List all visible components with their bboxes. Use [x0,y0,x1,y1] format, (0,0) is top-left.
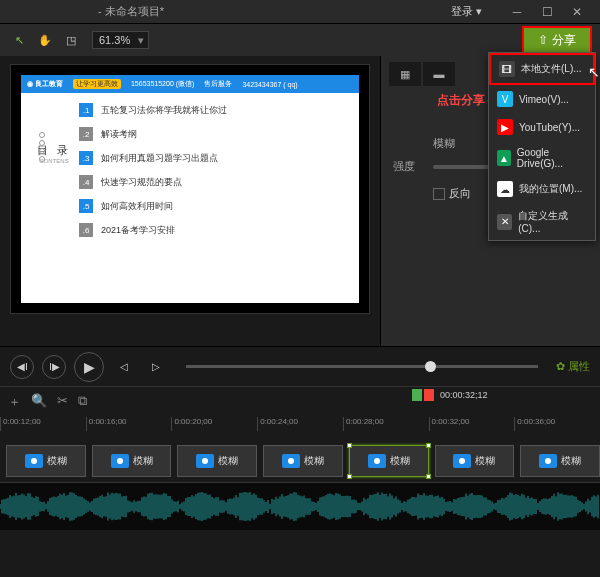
titlebar: - 未命名项目* 登录 ▾ ─ ☐ ✕ [0,0,600,24]
ruler-tick: 0:00:16;00 [86,417,172,431]
share-menu: 🎞本地文件(L)...VVimeo(V)...▶YouTube(Y)...▲Go… [488,52,596,241]
tab-annotations[interactable]: ▬ [423,62,455,86]
ruler-tick: 0:00:32;00 [429,417,515,431]
transport-bar: ◀Ⅰ Ⅰ▶ ▶ ◁ ▷ ✿ 属性 [0,346,600,386]
blur-clip[interactable]: 模糊 [263,445,343,477]
preview-area: ◉ 良工教育 让学习更高效 15653515200 (微信) 售后服务 3423… [0,56,380,346]
cursor-icon: ↖ [588,64,600,80]
slide-list-item: .5如何高效利用时间 [79,199,351,213]
clip-thumb-icon [111,454,129,468]
login-dropdown[interactable]: 登录 ▾ [451,4,482,19]
slide-list-item: .62021备考学习安排 [79,223,351,237]
blur-clip[interactable]: 模糊 [6,445,86,477]
step-fwd-button[interactable]: ▷ [144,355,168,379]
time-ruler[interactable]: 0:00:12;000:00:16;000:00:20;000:00:24;00… [0,417,600,431]
ruler-tick: 0:00:24;00 [257,417,343,431]
share-item-m[interactable]: ☁我的位置(M)... [489,175,595,203]
share-item-icon: ▶ [497,119,513,135]
share-item-icon: ✕ [497,214,512,230]
share-item-youtubey[interactable]: ▶YouTube(Y)... [489,113,595,141]
timeline-zoom-button[interactable]: 🔍 [31,393,47,411]
share-item-icon: ☁ [497,181,513,197]
clip-track[interactable]: 模糊模糊模糊模糊模糊模糊模糊 [0,445,600,477]
share-item-icon: V [497,91,513,107]
blur-clip[interactable]: 模糊 [520,445,600,477]
audio-waveform[interactable] [0,482,600,530]
ruler-tick: 0:00:12;00 [0,417,86,431]
minimize-button[interactable]: ─ [502,5,532,19]
clip-thumb-icon [453,454,471,468]
prev-frame-button[interactable]: ◀Ⅰ [10,355,34,379]
zoom-select[interactable]: 61.3% [92,31,149,49]
slide-list-item: .4快速学习规范的要点 [79,175,351,189]
seek-bar[interactable] [186,365,538,368]
slide-content: ◉ 良工教育 让学习更高效 15653515200 (微信) 售后服务 3423… [21,75,359,303]
clip-thumb-icon [25,454,43,468]
clip-thumb-icon [539,454,557,468]
next-frame-button[interactable]: Ⅰ▶ [42,355,66,379]
window-title: - 未命名项目* [8,4,451,19]
share-item-googledriveg[interactable]: ▲Google Drive(G)... [489,141,595,175]
close-button[interactable]: ✕ [562,5,592,19]
blur-clip[interactable]: 模糊 [177,445,257,477]
crop-tool[interactable]: ◳ [60,29,82,51]
timeline-copy-button[interactable]: ⧉ [78,393,87,411]
share-item-c[interactable]: ✕自定义生成(C)... [489,203,595,240]
timeline-add-button[interactable]: ＋ [8,393,21,411]
preview-canvas[interactable]: ◉ 良工教育 让学习更高效 15653515200 (微信) 售后服务 3423… [10,64,370,314]
share-item-vimeov[interactable]: VVimeo(V)... [489,85,595,113]
timeline: ＋ 🔍 ✂ ⧉ 00:00:32;12 0:00:12;000:00:16;00… [0,386,600,482]
blur-clip[interactable]: 模糊 [349,445,429,477]
select-tool[interactable]: ↖ [8,29,30,51]
share-item-l[interactable]: 🎞本地文件(L)... [489,53,595,85]
slide-header: ◉ 良工教育 让学习更高效 15653515200 (微信) 售后服务 3423… [21,75,359,93]
tab-media[interactable]: ▦ [389,62,421,86]
clip-thumb-icon [282,454,300,468]
maximize-button[interactable]: ☐ [532,5,562,19]
upload-icon: ⇧ [538,33,548,47]
share-item-icon: 🎞 [499,61,515,77]
share-button[interactable]: ⇧ 分享 [522,26,592,55]
ruler-tick: 0:00:28;00 [343,417,429,431]
share-item-icon: ▲ [497,150,511,166]
hand-tool[interactable]: ✋ [34,29,56,51]
step-back-button[interactable]: ◁ [112,355,136,379]
blur-clip[interactable]: 模糊 [435,445,515,477]
ruler-tick: 0:00:20;00 [171,417,257,431]
clip-thumb-icon [196,454,214,468]
timeline-cut-button[interactable]: ✂ [57,393,68,411]
play-button[interactable]: ▶ [74,352,104,382]
clip-thumb-icon [368,454,386,468]
playhead[interactable]: 00:00:32;12 [412,389,488,401]
blur-clip[interactable]: 模糊 [92,445,172,477]
properties-button[interactable]: ✿ 属性 [556,359,590,374]
slide-list-item: .3如何利用真题习题学习出题点 [79,151,351,165]
slide-list-item: .1五轮复习法你将学我就将让你过 [79,103,351,117]
slide-list-item: .2解读考纲 [79,127,351,141]
ruler-tick: 0:00:36;00 [514,417,600,431]
reverse-checkbox[interactable] [433,188,445,200]
